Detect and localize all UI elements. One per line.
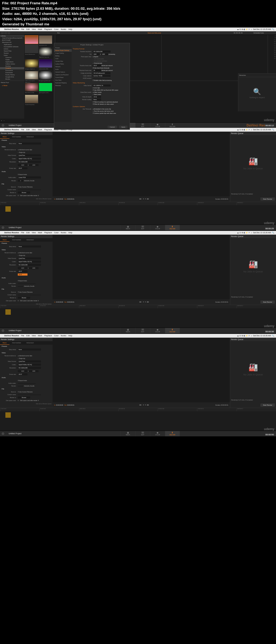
res-height[interactable]: 1080 bbox=[29, 164, 39, 166]
menu-edit[interactable]: Edit bbox=[25, 335, 31, 337]
nav-color[interactable]: ◉COLOR bbox=[150, 123, 165, 128]
thumbnail[interactable]: coffee-and-cream-h... bbox=[25, 71, 38, 80]
res-width[interactable]: 1920 bbox=[18, 164, 27, 166]
nav-color[interactable]: ◉COLOR bbox=[150, 225, 165, 230]
lib-item[interactable]: Library bbox=[0, 48, 24, 50]
custom-filename-checkbox[interactable]: ☐ Use Custom Filename bbox=[18, 186, 53, 188]
lib-item[interactable]: Macintosh HD bbox=[0, 41, 24, 43]
menu-mark[interactable]: Mark bbox=[37, 28, 43, 30]
transport-controls[interactable]: ⏮◀▶⏭ bbox=[139, 404, 150, 406]
settings-nav-item[interactable]: Audio bbox=[54, 68, 72, 71]
audio-codec-dropdown[interactable] bbox=[18, 383, 36, 384]
sdi-checkbox[interactable]: ☐ 4:4:4 SDI bbox=[93, 87, 129, 89]
lib-item[interactable]: Family History bbox=[0, 74, 24, 76]
custom-name-input[interactable] bbox=[18, 295, 41, 295]
timeline-framerate-dropdown[interactable]: 29.97 bbox=[93, 64, 101, 67]
aces-dropdown[interactable] bbox=[93, 78, 111, 79]
menu-playback[interactable]: Playback bbox=[43, 232, 53, 234]
framerate-dropdown[interactable]: 29.97 bbox=[18, 270, 27, 272]
lib-item[interactable]: Applications bbox=[0, 61, 24, 63]
channels-input[interactable] bbox=[18, 286, 23, 287]
menu-view[interactable]: View bbox=[31, 129, 37, 131]
video-format-dropdown[interactable]: QuickTime bbox=[18, 154, 41, 156]
show-viewers-checkbox[interactable]: ☑ Show all viewers on video output bbox=[93, 103, 129, 105]
menu-file[interactable]: File bbox=[20, 232, 25, 234]
menu-help[interactable]: Help bbox=[67, 335, 73, 337]
resolution-width[interactable]: 1920 bbox=[93, 53, 100, 55]
lib-item[interactable]: Cameron bbox=[0, 56, 24, 59]
menu-edit[interactable]: Edit bbox=[25, 232, 31, 234]
drop-frame-checkbox[interactable]: ☑ Use drop frame timecode bbox=[93, 67, 129, 69]
timeline-clip[interactable] bbox=[5, 309, 11, 315]
menu-playback[interactable]: Playback bbox=[43, 129, 53, 131]
settings-nav-item[interactable]: Keyboard Mapping bbox=[54, 81, 72, 84]
timeline[interactable]: SI 00:00:0000:00:00:0200:00:00:04 00:00:… bbox=[0, 202, 276, 213]
easy-setup-dropdown[interactable]: None bbox=[18, 348, 41, 351]
lib-item[interactable]: Users bbox=[0, 54, 24, 56]
export-audio-checkbox[interactable]: ☑ Export Audio bbox=[18, 280, 53, 282]
resolution-dropdown[interactable]: HD 1920x1080 bbox=[18, 367, 41, 369]
nav-deliver[interactable]: ⬆DELIVER bbox=[165, 225, 180, 230]
framerate-dropdown[interactable]: 29.97 bbox=[18, 373, 27, 375]
lib-item[interactable]: Google Drive bbox=[0, 76, 24, 78]
video-field-checkbox[interactable]: ☐ Enable video field processing bbox=[93, 80, 129, 81]
tab-basic[interactable]: Basic bbox=[0, 238, 9, 242]
settings-nav-item[interactable]: Control Panel bbox=[54, 76, 72, 79]
menu-mark[interactable]: Mark bbox=[37, 232, 43, 234]
tab-basic[interactable]: Basic bbox=[0, 341, 9, 345]
individual-clips-radio[interactable]: ● Individual source clips bbox=[18, 149, 53, 150]
thumbnail[interactable]: man-in-Glasses.mov bbox=[25, 44, 38, 53]
tab-advanced[interactable]: Advanced bbox=[24, 135, 36, 139]
tab-advanced[interactable]: Advanced bbox=[24, 238, 36, 242]
nav-media[interactable]: ▦MEDIA bbox=[120, 225, 135, 230]
timecode-radio[interactable]: ● Embedded in the source clip bbox=[93, 108, 129, 110]
cancel-button[interactable]: Cancel bbox=[108, 126, 117, 128]
app-name[interactable]: DaVinci Resolve bbox=[3, 28, 20, 30]
framerate-dropdown[interactable]: 29.97 bbox=[18, 167, 27, 169]
timecode-radio[interactable]: ○ From the source clip frame count bbox=[93, 110, 129, 112]
menu-view[interactable]: View bbox=[31, 232, 37, 234]
nav-deliver[interactable]: ⬆DELIVER bbox=[165, 431, 180, 436]
spotlight-icon[interactable]: 🔍 bbox=[272, 335, 274, 337]
video-format-dropdown[interactable]: QuickTime bbox=[18, 257, 41, 259]
menu-view[interactable]: View bbox=[31, 28, 37, 30]
nav-deliver[interactable]: ⬆DELIVER bbox=[165, 123, 180, 128]
thumbnail[interactable]: celestial-dots-h264... bbox=[39, 59, 52, 68]
export-audio-checkbox[interactable]: ☑ Export Audio bbox=[18, 174, 53, 175]
resolution-dropdown[interactable]: HD 1920x1080 bbox=[18, 161, 41, 163]
spotlight-icon[interactable]: 🔍 bbox=[272, 129, 274, 131]
codec-dropdown[interactable]: Apple ProRes 422 HQ bbox=[18, 157, 41, 160]
audio-codec-dropdown[interactable]: Linear PCM bbox=[18, 176, 41, 179]
hide-ui-checkbox[interactable]: ☐ Hide UI overlays for optimized playbac… bbox=[93, 101, 129, 103]
nav-color[interactable]: ◉COLOR bbox=[150, 431, 165, 436]
settings-nav-item[interactable]: Editing bbox=[54, 54, 72, 57]
home-icon[interactable] bbox=[2, 432, 4, 435]
menu-color[interactable]: Color bbox=[53, 28, 60, 30]
custom-filename-checkbox[interactable]: ☐ Use Custom Filename bbox=[18, 391, 53, 393]
app-name[interactable]: DaVinci Resolve bbox=[3, 129, 20, 131]
thumbnail[interactable]: narcissist-c.mov bbox=[39, 35, 52, 44]
home-icon[interactable] bbox=[2, 329, 4, 332]
thumbnail[interactable]: background-lights-b... bbox=[25, 59, 38, 68]
settings-nav-item[interactable]: Capture and Playback bbox=[54, 73, 72, 76]
tab-basic[interactable]: Basic bbox=[0, 135, 9, 139]
conform-checkbox[interactable]: ☐ Conform partial clips with black ones bbox=[93, 112, 129, 114]
tool-button[interactable] bbox=[1, 32, 4, 34]
settings-nav-item[interactable]: Auto Save bbox=[54, 79, 72, 81]
menu-nodes[interactable]: Nodes bbox=[60, 335, 67, 337]
easy-setup-dropdown[interactable]: None bbox=[18, 142, 41, 145]
bit-depth-dropdown[interactable]: 10 bit bbox=[93, 96, 101, 98]
lib-item-selected[interactable]: Timeline bbox=[0, 67, 24, 69]
menu-color[interactable]: Color bbox=[53, 232, 60, 234]
monitor-scaling-dropdown[interactable]: Basic bbox=[93, 98, 101, 101]
menu-color[interactable]: Color bbox=[53, 335, 60, 337]
thumbnail[interactable]: iphone-green-scree... bbox=[39, 83, 52, 91]
sdi-checkbox[interactable]: ☐ Use 3/6Gb SDI not Dual Link SDI output bbox=[93, 89, 129, 91]
browse-button[interactable]: Browse bbox=[18, 396, 30, 399]
lib-item[interactable]: Calibre Library bbox=[0, 63, 24, 65]
menu-file[interactable]: File bbox=[20, 28, 25, 30]
add-job-button[interactable]: Add Job to Render Queue bbox=[0, 197, 53, 201]
settings-nav-item[interactable]: Metadata bbox=[54, 84, 72, 87]
transport-controls[interactable]: ⏮◀▶⏭ bbox=[139, 301, 150, 303]
lib-item[interactable]: Desktop bbox=[0, 65, 24, 67]
